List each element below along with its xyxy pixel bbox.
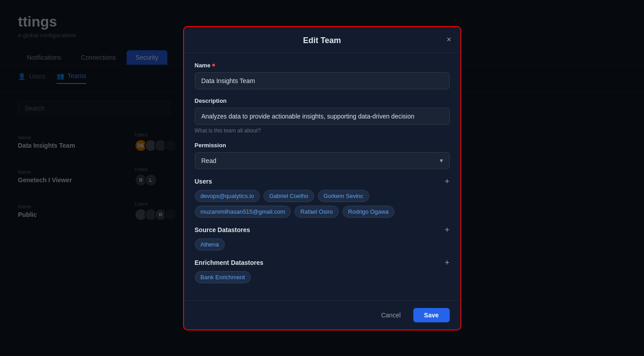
source-datastores-title: Source Datastores	[195, 226, 250, 233]
modal-body: Name Description What is this team all a…	[184, 53, 460, 300]
add-enrichment-datastore-button[interactable]: +	[445, 259, 450, 267]
permission-select[interactable]: Read Write Admin	[195, 152, 450, 169]
edit-team-modal: Edit Team × Name Description What is thi…	[183, 26, 461, 330]
enrichment-datastores-tags: Bank Enrichment	[195, 271, 450, 283]
user-tag[interactable]: Gabriel Coelho	[263, 190, 314, 202]
users-section-title: Users	[195, 178, 212, 185]
modal-header: Edit Team ×	[184, 27, 460, 53]
enrichment-datastore-tag[interactable]: Bank Enrichment	[195, 271, 251, 283]
users-section: Users + devops@qualytics.io Gabriel Coel…	[195, 177, 450, 218]
source-datastores-section: Source Datastores + Athena	[195, 226, 450, 251]
description-input[interactable]	[195, 108, 450, 125]
description-hint: What is this team all about?	[195, 127, 450, 134]
source-datastores-header: Source Datastores +	[195, 226, 450, 234]
modal-footer: Cancel Save	[184, 300, 460, 330]
enrichment-datastores-header: Enrichment Datastores +	[195, 259, 450, 267]
user-tag[interactable]: Rodrigo Ogawa	[342, 206, 394, 218]
name-label: Name	[195, 62, 450, 69]
permission-field-group: Permission Read Write Admin ▼	[195, 142, 450, 169]
source-datastore-tag[interactable]: Athena	[195, 238, 225, 251]
description-label: Description	[195, 97, 450, 104]
permission-label: Permission	[195, 142, 450, 149]
name-input[interactable]	[195, 72, 450, 89]
user-tag[interactable]: Rafael Osiro	[294, 206, 338, 218]
user-tag[interactable]: muzammilhasan515@gmail.com	[195, 206, 291, 218]
users-tags: devops@qualytics.io Gabriel Coelho Gorke…	[195, 190, 450, 218]
save-button[interactable]: Save	[413, 308, 450, 322]
enrichment-datastores-title: Enrichment Datastores	[195, 259, 263, 266]
modal-title: Edit Team	[303, 36, 341, 45]
permission-select-wrapper: Read Write Admin ▼	[195, 152, 450, 169]
name-field-group: Name	[195, 62, 450, 89]
close-button[interactable]: ×	[447, 35, 451, 44]
add-source-datastore-button[interactable]: +	[445, 226, 450, 234]
user-tag[interactable]: devops@qualytics.io	[195, 190, 260, 202]
user-tag[interactable]: Gorkem Sevinc	[318, 190, 369, 202]
description-field-group: Description What is this team all about?	[195, 97, 450, 134]
users-section-header: Users +	[195, 177, 450, 185]
required-indicator	[212, 64, 215, 66]
modal-overlay: Edit Team × Name Description What is thi…	[0, 0, 644, 356]
source-datastores-tags: Athena	[195, 238, 450, 251]
cancel-button[interactable]: Cancel	[374, 308, 408, 322]
add-user-button[interactable]: +	[445, 177, 450, 185]
enrichment-datastores-section: Enrichment Datastores + Bank Enrichment	[195, 259, 450, 283]
